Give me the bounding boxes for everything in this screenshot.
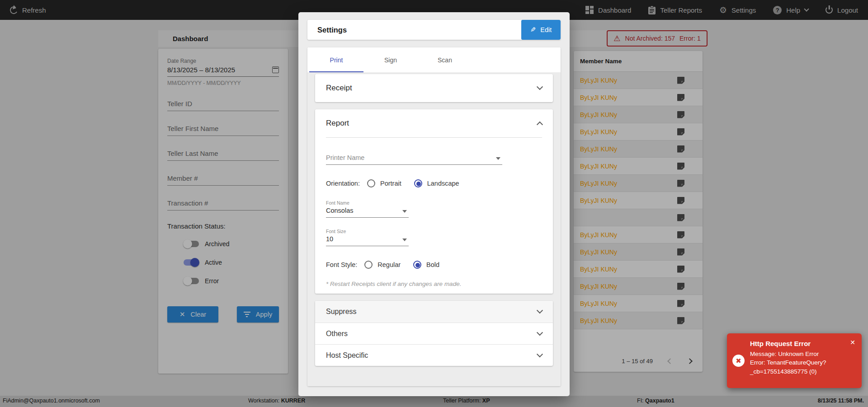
font-name-value: Consolas	[326, 207, 409, 214]
toast-error-line: Error: TenantFeatureQuery?	[750, 358, 844, 367]
font-style-regular-option[interactable]: Regular	[364, 261, 401, 269]
accordion-host-specific-label: Host Specific	[326, 351, 368, 360]
orientation-landscape-label: Landscape	[427, 180, 459, 187]
radio-unchecked-icon[interactable]	[364, 261, 373, 269]
settings-dialog-title: Settings	[317, 26, 347, 34]
restart-note: * Restart Receipts client if any changes…	[326, 281, 542, 287]
font-size-select[interactable]: Font Size 10	[326, 229, 409, 246]
error-circle-icon: ✖	[732, 355, 745, 367]
settings-dialog-header: Settings ✎ Edit	[307, 20, 561, 40]
error-toast: ✖ Http Request Error Message: Unknown Er…	[727, 333, 862, 388]
settings-dialog: Settings ✎ Edit Print Sign Scan Receipt …	[298, 12, 570, 396]
dropdown-arrow-icon	[402, 239, 407, 241]
font-size-label: Font Size	[326, 229, 409, 234]
font-name-select[interactable]: Font Name Consolas	[326, 200, 409, 218]
font-style-label: Font Style:	[326, 261, 357, 268]
tab-scan[interactable]: Scan	[418, 47, 472, 72]
font-name-label: Font Name	[326, 200, 409, 206]
settings-tabs: Print Sign Scan	[307, 47, 561, 72]
accordion-receipt[interactable]: Receipt	[315, 74, 553, 102]
chevron-down-icon	[537, 84, 543, 90]
font-style-group: Font Style: Regular Bold	[326, 261, 542, 269]
radio-checked-icon[interactable]	[413, 261, 421, 269]
orientation-group: Orientation: Portrait Landscape	[326, 179, 542, 187]
settings-dialog-body: Print Sign Scan Receipt Report	[307, 47, 561, 386]
accordion-area: Receipt Report Printer Name Or	[307, 72, 561, 386]
chevron-down-icon	[537, 329, 543, 336]
dropdown-arrow-icon	[496, 157, 500, 160]
accordion-others-label: Others	[326, 330, 348, 338]
font-style-bold-option[interactable]: Bold	[413, 261, 439, 269]
orientation-label: Orientation:	[326, 180, 360, 187]
edit-button[interactable]: ✎ Edit	[521, 20, 561, 40]
tab-print[interactable]: Print	[309, 47, 363, 72]
accordion-suppress-label: Suppress	[326, 308, 357, 316]
font-size-value: 10	[326, 235, 409, 243]
accordion-others[interactable]: Others	[315, 323, 553, 344]
chevron-down-icon	[537, 351, 543, 357]
toast-error-line2: _cb=1755143885775 (0)	[750, 367, 844, 376]
accordion-suppress[interactable]: Suppress	[315, 301, 553, 323]
accordion-report[interactable]: Report	[315, 109, 553, 137]
chevron-up-icon	[537, 122, 543, 128]
divider	[326, 137, 542, 138]
orientation-portrait-label: Portrait	[380, 180, 401, 187]
printer-name-select[interactable]: Printer Name	[326, 154, 502, 165]
accordion-host-specific[interactable]: Host Specific	[315, 344, 553, 366]
orientation-landscape-option[interactable]: Landscape	[414, 179, 459, 187]
toast-title: Http Request Error	[750, 339, 844, 349]
radio-checked-icon[interactable]	[414, 179, 422, 187]
font-style-regular-label: Regular	[377, 261, 401, 268]
edit-button-label: Edit	[540, 26, 552, 33]
tab-sign[interactable]: Sign	[363, 47, 418, 72]
chevron-down-icon	[537, 307, 543, 313]
radio-unchecked-icon[interactable]	[367, 179, 375, 187]
dropdown-arrow-icon	[402, 210, 407, 213]
orientation-portrait-option[interactable]: Portrait	[367, 179, 401, 187]
pencil-icon: ✎	[530, 26, 536, 34]
close-icon[interactable]: ✕	[850, 339, 855, 383]
printer-name-placeholder: Printer Name	[326, 154, 364, 161]
accordion-report-label: Report	[326, 119, 349, 128]
accordion-receipt-label: Receipt	[326, 84, 352, 93]
font-style-bold-label: Bold	[426, 261, 439, 268]
toast-message: Message: Unknown Error	[750, 350, 844, 359]
